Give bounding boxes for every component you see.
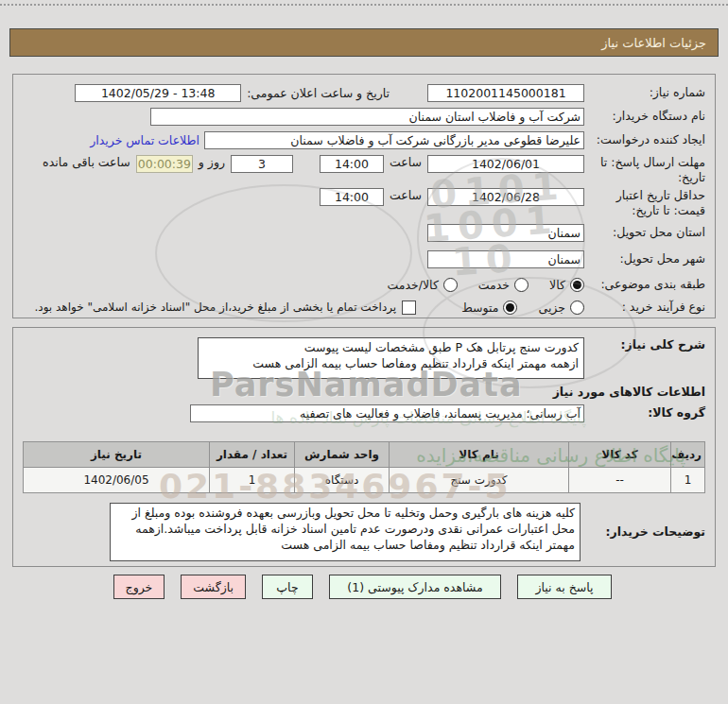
col-header-unit: واحد شمارش bbox=[295, 442, 390, 468]
page-title: جزئیات اطلاعات نیاز bbox=[601, 36, 706, 50]
need-number-label: شماره نیاز: bbox=[584, 85, 705, 100]
request-creator-row: ایجاد کننده درخواست: علیرضا قطوعی مدیر ب… bbox=[23, 131, 705, 149]
reply-deadline-time-field[interactable]: 14:00 bbox=[320, 155, 384, 173]
print-button[interactable]: چاپ bbox=[262, 575, 313, 599]
subject-class-label: طبقه بندی موضوعی: bbox=[584, 277, 705, 292]
delivery-city-row: شهر محل تحویل: سمنان bbox=[23, 250, 705, 268]
request-creator-label: ایجاد کننده درخواست: bbox=[584, 132, 705, 147]
reply-deadline-hour-label: ساعت bbox=[390, 155, 422, 169]
items-table: ردیف کد کالا نام کالا واحد شمارش تعداد /… bbox=[23, 441, 705, 493]
need-desc-textarea[interactable]: کدورت سنج پرتابل هک P طبق مشخصات لیست پی… bbox=[198, 337, 584, 379]
subject-option-service[interactable]: خدمت bbox=[478, 278, 529, 292]
action-buttons-row: پاسخ به نیاز مشاهده مدارک پیوستی (1) چاپ… bbox=[12, 575, 716, 599]
goods-group-field[interactable]: آب رسانی؛ مدیریت پسماند، فاضلاب و فعالیت… bbox=[190, 404, 584, 422]
price-validity-row: حداقل تاریخ اعتبار قیمت: تا تاریخ: 1402/… bbox=[23, 188, 705, 219]
page-title-bar: جزئیات اطلاعات نیاز bbox=[9, 28, 719, 57]
price-validity-label: حداقل تاریخ اعتبار قیمت: تا تاریخ: bbox=[584, 188, 705, 219]
buyer-notes-row: توضیحات خریدار: کلیه هزینه های بارگیری و… bbox=[23, 503, 705, 561]
subject-option-goods-service[interactable]: کالا/خدمت bbox=[387, 278, 457, 292]
subject-class-row: طبقه بندی موضوعی: کالا خدمت کالا/خدمت bbox=[23, 277, 705, 292]
reply-to-need-button[interactable]: پاسخ به نیاز bbox=[517, 575, 612, 599]
need-details-panel: شرح کلی نیاز: کدورت سنج پرتابل هک P طبق … bbox=[12, 327, 716, 567]
process-option-medium[interactable]: متوسط bbox=[461, 300, 517, 315]
cell-quantity: 1 bbox=[210, 468, 295, 493]
col-header-item-code: کد کالا bbox=[569, 442, 671, 468]
reply-deadline-row: مهلت ارسال پاسخ: تا تاریخ: 1402/06/01 سا… bbox=[23, 155, 705, 186]
radio-icon[interactable] bbox=[570, 300, 584, 315]
top-dotted-divider bbox=[0, 4, 728, 6]
table-row: 1 -- کدورت سنج دستگاه 1 1402/06/05 bbox=[24, 468, 705, 493]
remaining-time-suffix: ساعت باقی مانده bbox=[43, 155, 130, 169]
need-info-panel: شماره نیاز: 1102001145000181 تاریخ و ساع… bbox=[12, 74, 716, 318]
need-number-field[interactable]: 1102001145000181 bbox=[427, 84, 584, 102]
subject-option-service-label: خدمت bbox=[478, 278, 510, 292]
delivery-province-field[interactable]: سمنان bbox=[427, 224, 584, 242]
exit-button[interactable]: خروج bbox=[113, 575, 165, 599]
buyer-org-label: نام دستگاه خریدار: bbox=[584, 109, 705, 124]
buyer-notes-textarea[interactable]: کلیه هزینه های بارگیری وحمل وتخلیه تا مح… bbox=[110, 503, 581, 561]
announce-datetime-field[interactable]: 1402/05/29 - 13:48 bbox=[75, 84, 241, 102]
goods-group-label: گروه کالا: bbox=[584, 405, 705, 421]
need-desc-label: شرح کلی نیاز: bbox=[584, 337, 705, 352]
announce-datetime-label: تاریخ و ساعت اعلان عمومی: bbox=[247, 86, 390, 100]
items-section-heading: اطلاعات کالاهای مورد نیاز bbox=[23, 385, 705, 399]
view-attachments-button[interactable]: مشاهده مدارک پیوستی (1) bbox=[329, 575, 501, 599]
buyer-notes-label: توضیحات خریدار: bbox=[581, 524, 705, 540]
delivery-province-label: استان محل تحویل: bbox=[584, 225, 705, 240]
delivery-city-field[interactable]: سمنان bbox=[427, 250, 584, 268]
treasury-docs-checkbox[interactable] bbox=[402, 300, 416, 315]
price-validity-hour-label: ساعت bbox=[390, 188, 422, 202]
radio-selected-icon[interactable] bbox=[570, 278, 584, 292]
buyer-contact-link[interactable]: اطلاعات تماس خریدار bbox=[90, 133, 199, 147]
col-header-row-number: ردیف bbox=[671, 442, 705, 468]
cell-row-number: 1 bbox=[671, 468, 705, 493]
buyer-org-row: نام دستگاه خریدار: شرکت آب و فاضلاب استا… bbox=[23, 108, 705, 126]
subject-option-goods[interactable]: کالا bbox=[549, 278, 584, 292]
remaining-time-countdown: 00:00:39 bbox=[136, 155, 193, 173]
cell-item-code: -- bbox=[569, 468, 671, 493]
need-desc-line2: ازهمه مهمتر اینکه قرارداد تنظیم ومفاصا ح… bbox=[203, 356, 579, 372]
col-header-item-name: نام کالا bbox=[390, 442, 569, 468]
process-option-medium-label: متوسط bbox=[461, 300, 498, 315]
buyer-org-field[interactable]: شرکت آب و فاضلاب استان سمنان bbox=[150, 108, 584, 126]
purchase-process-label: نوع فرآیند خرید : bbox=[584, 300, 705, 315]
remaining-days-field[interactable]: 3 bbox=[231, 155, 293, 173]
col-header-need-date: تاریخ نیاز bbox=[24, 442, 210, 468]
col-header-quantity: تعداد / مقدار bbox=[210, 442, 295, 468]
price-validity-date-field[interactable]: 1402/06/28 bbox=[427, 188, 584, 206]
need-number-row: شماره نیاز: 1102001145000181 تاریخ و ساع… bbox=[23, 84, 705, 102]
radio-icon[interactable] bbox=[514, 278, 529, 292]
purchase-process-row: نوع فرآیند خرید : جزیی متوسط پرداخت تمام… bbox=[23, 300, 705, 315]
delivery-city-label: شهر محل تحویل: bbox=[584, 251, 705, 266]
cell-unit: دستگاه bbox=[295, 468, 390, 493]
need-desc-row: شرح کلی نیاز: کدورت سنج پرتابل هک P طبق … bbox=[23, 337, 705, 379]
cell-item-name: کدورت سنج bbox=[390, 468, 569, 493]
delivery-province-row: استان محل تحویل: سمنان bbox=[23, 224, 705, 242]
price-validity-time-field[interactable]: 14:00 bbox=[320, 188, 384, 206]
goods-group-row: گروه کالا: آب رسانی؛ مدیریت پسماند، فاضل… bbox=[23, 404, 705, 422]
treasury-docs-label: پرداخت تمام یا بخشی از مبلغ خرید،از محل … bbox=[35, 300, 397, 314]
reply-deadline-label: مهلت ارسال پاسخ: تا تاریخ: bbox=[584, 155, 705, 186]
cell-need-date: 1402/06/05 bbox=[24, 468, 210, 493]
subject-option-goods-service-label: کالا/خدمت bbox=[387, 278, 438, 292]
back-button[interactable]: بازگشت bbox=[181, 575, 246, 599]
radio-selected-icon[interactable] bbox=[503, 300, 517, 315]
process-option-minor-label: جزیی bbox=[538, 300, 565, 315]
items-table-header-row: ردیف کد کالا نام کالا واحد شمارش تعداد /… bbox=[24, 442, 705, 468]
reply-deadline-date-field[interactable]: 1402/06/01 bbox=[427, 155, 584, 173]
process-option-minor[interactable]: جزیی bbox=[538, 300, 584, 315]
radio-icon[interactable] bbox=[443, 278, 458, 292]
need-desc-line1: کدورت سنج پرتابل هک P طبق مشخصات لیست پی… bbox=[203, 340, 579, 356]
remaining-days-suffix: روز و bbox=[199, 155, 225, 169]
subject-option-goods-label: کالا bbox=[549, 278, 565, 292]
request-creator-field[interactable]: علیرضا قطوعی مدیر بازرگانی شرکت آب و فاض… bbox=[204, 131, 584, 149]
